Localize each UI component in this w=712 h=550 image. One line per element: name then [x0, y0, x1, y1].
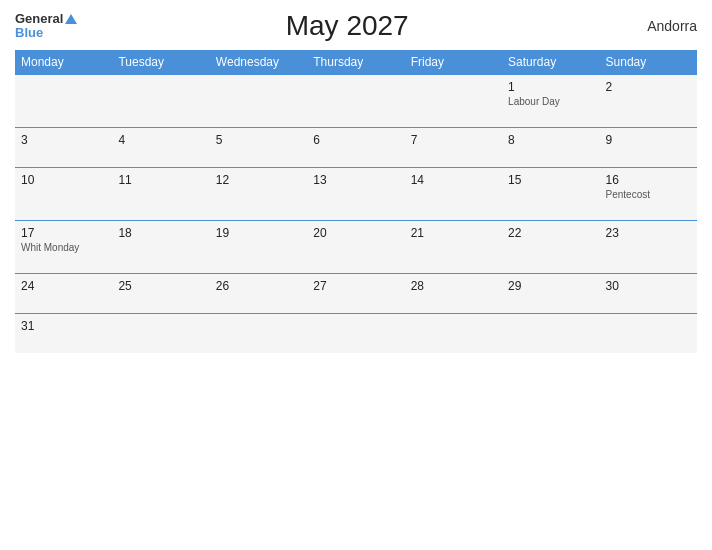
holiday-label: Pentecost [606, 189, 691, 200]
day-number: 28 [411, 279, 496, 293]
calendar-day-cell: 15 [502, 168, 599, 221]
calendar-week-row: 24252627282930 [15, 274, 697, 314]
day-number: 15 [508, 173, 593, 187]
day-number: 10 [21, 173, 106, 187]
calendar-day-cell: 8 [502, 128, 599, 168]
calendar-day-cell: 9 [600, 128, 697, 168]
header-friday: Friday [405, 50, 502, 75]
day-number: 1 [508, 80, 593, 94]
calendar-day-cell: 4 [112, 128, 209, 168]
day-number: 7 [411, 133, 496, 147]
calendar-day-cell: 5 [210, 128, 307, 168]
weekday-header-row: Monday Tuesday Wednesday Thursday Friday… [15, 50, 697, 75]
day-number: 12 [216, 173, 301, 187]
day-number: 18 [118, 226, 203, 240]
header-wednesday: Wednesday [210, 50, 307, 75]
day-number: 19 [216, 226, 301, 240]
day-number: 5 [216, 133, 301, 147]
header-sunday: Sunday [600, 50, 697, 75]
calendar-week-row: 10111213141516Pentecost [15, 168, 697, 221]
calendar-day-cell: 16Pentecost [600, 168, 697, 221]
calendar-day-cell: 3 [15, 128, 112, 168]
calendar-day-cell [112, 314, 209, 354]
day-number: 6 [313, 133, 398, 147]
day-number: 31 [21, 319, 106, 333]
calendar-day-cell [210, 75, 307, 128]
calendar-day-cell: 23 [600, 221, 697, 274]
calendar-day-cell: 22 [502, 221, 599, 274]
page: General Blue May 2027 Andorra Monday Tue… [0, 0, 712, 550]
calendar-day-cell: 19 [210, 221, 307, 274]
header: General Blue May 2027 Andorra [15, 10, 697, 42]
calendar-day-cell: 30 [600, 274, 697, 314]
day-number: 16 [606, 173, 691, 187]
calendar-day-cell: 27 [307, 274, 404, 314]
calendar-day-cell: 17Whit Monday [15, 221, 112, 274]
header-monday: Monday [15, 50, 112, 75]
day-number: 27 [313, 279, 398, 293]
calendar-day-cell: 24 [15, 274, 112, 314]
region-label: Andorra [617, 18, 697, 34]
calendar-day-cell: 21 [405, 221, 502, 274]
day-number: 3 [21, 133, 106, 147]
logo-blue-text: Blue [15, 26, 77, 40]
day-number: 29 [508, 279, 593, 293]
calendar-day-cell: 31 [15, 314, 112, 354]
day-number: 21 [411, 226, 496, 240]
calendar-day-cell: 10 [15, 168, 112, 221]
day-number: 4 [118, 133, 203, 147]
calendar-day-cell [307, 75, 404, 128]
calendar-day-cell: 18 [112, 221, 209, 274]
calendar-day-cell [307, 314, 404, 354]
calendar-day-cell: 1Labour Day [502, 75, 599, 128]
logo-triangle-icon [65, 14, 77, 24]
calendar-day-cell: 28 [405, 274, 502, 314]
calendar-day-cell [210, 314, 307, 354]
header-tuesday: Tuesday [112, 50, 209, 75]
day-number: 13 [313, 173, 398, 187]
calendar-day-cell: 20 [307, 221, 404, 274]
calendar-day-cell: 26 [210, 274, 307, 314]
calendar-week-row: 1Labour Day2 [15, 75, 697, 128]
calendar-week-row: 3456789 [15, 128, 697, 168]
header-saturday: Saturday [502, 50, 599, 75]
holiday-label: Labour Day [508, 96, 593, 107]
calendar-day-cell: 2 [600, 75, 697, 128]
day-number: 30 [606, 279, 691, 293]
calendar-title: May 2027 [77, 10, 617, 42]
day-number: 17 [21, 226, 106, 240]
calendar-day-cell: 25 [112, 274, 209, 314]
holiday-label: Whit Monday [21, 242, 106, 253]
day-number: 11 [118, 173, 203, 187]
calendar-day-cell [112, 75, 209, 128]
calendar-week-row: 17Whit Monday181920212223 [15, 221, 697, 274]
calendar-day-cell: 7 [405, 128, 502, 168]
day-number: 14 [411, 173, 496, 187]
day-number: 2 [606, 80, 691, 94]
calendar-day-cell: 29 [502, 274, 599, 314]
calendar-day-cell: 14 [405, 168, 502, 221]
day-number: 8 [508, 133, 593, 147]
day-number: 24 [21, 279, 106, 293]
day-number: 25 [118, 279, 203, 293]
calendar-table: Monday Tuesday Wednesday Thursday Friday… [15, 50, 697, 353]
calendar-day-cell [405, 314, 502, 354]
calendar-week-row: 31 [15, 314, 697, 354]
calendar-day-cell [405, 75, 502, 128]
calendar-day-cell [15, 75, 112, 128]
calendar-day-cell: 13 [307, 168, 404, 221]
logo-general-text: General [15, 12, 77, 26]
header-thursday: Thursday [307, 50, 404, 75]
day-number: 22 [508, 226, 593, 240]
day-number: 26 [216, 279, 301, 293]
calendar-day-cell: 11 [112, 168, 209, 221]
day-number: 23 [606, 226, 691, 240]
calendar-day-cell: 12 [210, 168, 307, 221]
day-number: 9 [606, 133, 691, 147]
calendar-day-cell: 6 [307, 128, 404, 168]
calendar-day-cell [600, 314, 697, 354]
day-number: 20 [313, 226, 398, 240]
logo: General Blue [15, 12, 77, 41]
calendar-day-cell [502, 314, 599, 354]
